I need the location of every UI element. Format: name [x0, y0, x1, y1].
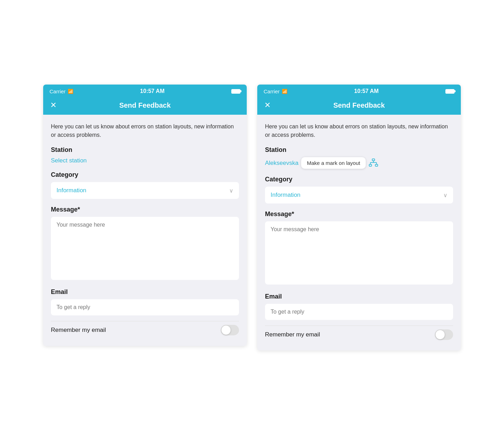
svg-rect-1	[369, 164, 372, 166]
email-input-left[interactable]	[51, 299, 239, 315]
status-bar-left: Carrier 📶 10:57 AM	[43, 85, 247, 97]
battery-icon-left	[231, 89, 240, 94]
svg-rect-2	[375, 164, 378, 166]
content-right: Here you can let us know about errors on…	[257, 115, 461, 350]
chevron-down-icon-right: ∨	[443, 192, 447, 199]
tooltip-bubble-right: Make a mark on layout	[301, 157, 366, 169]
station-row-right: Alekseevska Make a mark on layout	[265, 157, 453, 169]
wifi-icon: 📶	[68, 89, 73, 94]
email-label-right: Email	[265, 293, 453, 300]
category-value-left: Information	[57, 187, 86, 194]
screen-left: Carrier 📶 10:57 AM ✕ Send Feedback Here …	[43, 85, 247, 346]
screen-right: Carrier 📶 10:57 AM ✕ Send Feedback Here …	[257, 85, 461, 350]
description-left: Here you can let us know about errors on…	[51, 122, 239, 139]
nav-title-left: Send Feedback	[43, 101, 247, 109]
category-label-right: Category	[265, 176, 453, 183]
nav-bar-left: ✕ Send Feedback	[43, 97, 247, 115]
battery-fill-left	[232, 90, 240, 93]
battery-icon-right	[445, 89, 455, 94]
remember-row-left: Remember my email	[51, 321, 239, 339]
remember-label-right: Remember my email	[265, 331, 320, 338]
battery-left	[231, 89, 240, 94]
station-label-left: Station	[51, 146, 239, 154]
station-label-right: Station	[265, 146, 453, 154]
category-dropdown-left[interactable]: Information ∨	[51, 182, 239, 199]
message-label-right: Message*	[265, 210, 453, 218]
svg-rect-0	[372, 159, 375, 160]
carrier-label-right: Carrier	[264, 88, 280, 94]
nav-bar-right: ✕ Send Feedback	[257, 97, 461, 115]
network-icon-right[interactable]	[369, 158, 378, 168]
email-label-left: Email	[51, 288, 239, 296]
battery-fill-right	[446, 90, 454, 93]
message-label-left: Message*	[51, 206, 239, 213]
screens-wrapper: Carrier 📶 10:57 AM ✕ Send Feedback Here …	[43, 85, 461, 350]
remember-label-left: Remember my email	[51, 327, 106, 334]
time-label-left: 10:57 AM	[140, 88, 165, 94]
close-button-right[interactable]: ✕	[264, 101, 271, 109]
message-textarea-right[interactable]	[265, 221, 453, 285]
status-left: Carrier 📶	[49, 88, 73, 94]
station-row-left: Select station	[51, 157, 239, 164]
close-button-left[interactable]: ✕	[50, 101, 57, 109]
nav-title-right: Send Feedback	[257, 101, 461, 109]
category-label-left: Category	[51, 171, 239, 179]
carrier-label: Carrier	[49, 88, 66, 94]
wifi-icon-right: 📶	[282, 89, 287, 94]
content-left: Here you can let us know about errors on…	[43, 115, 247, 346]
description-right: Here you can let us know about errors on…	[265, 122, 453, 139]
battery-right	[445, 89, 455, 94]
category-dropdown-right[interactable]: Information ∨	[265, 187, 453, 203]
network-layout-icon	[369, 158, 378, 168]
message-textarea-left[interactable]	[51, 217, 239, 280]
status-bar-right: Carrier 📶 10:57 AM	[257, 85, 461, 97]
remember-toggle-right[interactable]	[435, 329, 453, 340]
station-value-right[interactable]: Alekseevska	[265, 160, 298, 167]
toggle-knob-right	[436, 330, 445, 339]
category-value-right: Information	[271, 192, 300, 199]
email-input-right[interactable]	[265, 304, 453, 320]
status-right-left: Carrier 📶	[264, 88, 287, 94]
select-station-link[interactable]: Select station	[51, 157, 87, 164]
time-label-right: 10:57 AM	[354, 88, 379, 94]
chevron-down-icon-left: ∨	[229, 187, 233, 194]
remember-row-right: Remember my email	[265, 326, 453, 343]
remember-toggle-left[interactable]	[221, 325, 239, 335]
toggle-knob-left	[221, 326, 231, 335]
